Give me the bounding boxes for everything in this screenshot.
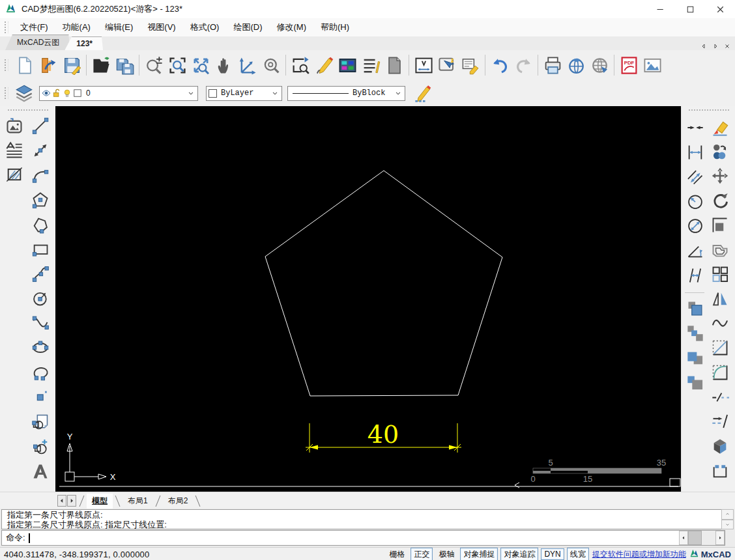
dim-continue-button[interactable] [685,265,706,286]
status-toggle-dyn[interactable]: DYN [541,548,564,560]
spline-button[interactable] [30,313,51,333]
move-button[interactable] [710,165,730,186]
redo-button[interactable] [512,53,535,77]
draworder-above-button[interactable] [685,348,706,369]
tabs-prev-button[interactable] [699,42,709,50]
export-pdf-button[interactable]: PDF [617,53,641,77]
dim-angular-button[interactable] [685,240,706,261]
spline-fit-button[interactable] [30,263,51,284]
modify-toolbar-gripper[interactable] [689,109,729,112]
zoom-previous-button[interactable] [289,53,312,77]
maximize-button[interactable] [675,0,705,18]
zoom-extents-button[interactable] [189,53,212,77]
dim-style-button[interactable] [412,53,435,77]
raster-image-button[interactable] [4,116,25,137]
draw-pencil-button[interactable] [312,53,336,77]
color-select[interactable]: ByLayer [206,86,282,101]
layout-prev-button[interactable] [57,495,66,507]
menu-item-draw[interactable]: 绘图(D) [226,18,269,36]
polygon-button[interactable] [30,189,51,210]
status-toggle-grid[interactable]: 栅格 [386,548,408,560]
rectangle-button[interactable] [30,239,51,260]
format-toolbar-gripper[interactable] [5,87,8,99]
linetype-list-button[interactable] [359,53,382,77]
text-style-button[interactable] [4,140,25,161]
zoom-center-button[interactable] [259,53,283,77]
web-browse-button[interactable] [588,53,611,77]
menu-item-file[interactable]: 文件(F) [13,18,55,36]
chevron-down-icon[interactable] [270,89,280,98]
minimize-button[interactable] [645,0,675,18]
line-button[interactable] [30,115,51,136]
ucs-axis-button[interactable] [236,53,259,77]
linetype-select[interactable]: ByBlock [287,86,405,101]
zoom-dynamic-button[interactable] [142,53,166,77]
draw-toolbar-gripper[interactable] [8,109,48,112]
scroll-up-button[interactable] [721,509,734,520]
ellipse-arc-button[interactable] [30,362,51,383]
copy-button[interactable] [710,141,730,162]
draworder-back-button[interactable] [685,323,706,344]
dim-radius-button[interactable] [685,191,706,212]
offset-button[interactable] [710,240,730,260]
rotate-button[interactable] [710,190,730,211]
polyline-button[interactable] [30,214,51,235]
print-button[interactable] [541,53,564,77]
menu-item-edit[interactable]: 编辑(E) [98,18,140,36]
clip-button[interactable] [710,460,730,481]
hatch-button[interactable] [4,164,25,185]
save-all-button[interactable] [113,53,136,77]
status-toggle-polar[interactable]: 极轴 [435,548,457,560]
point-button[interactable] [30,387,51,408]
select-button[interactable] [435,53,459,77]
title-bar[interactable]: CAD梦想画图(6.2.20220521)<游客> - 123* [0,0,735,19]
status-toggle-otrack[interactable]: 对象追踪 [500,548,538,560]
scroll-right-button[interactable] [715,531,725,545]
menu-item-view[interactable]: 视图(V) [140,18,182,36]
scale-button[interactable] [710,215,730,236]
color-palette-button[interactable] [336,53,359,77]
array-button[interactable] [710,264,730,285]
open-folder-button[interactable] [89,53,113,77]
menu-item-format[interactable]: 格式(O) [183,18,227,36]
pan-button[interactable] [212,53,236,77]
doc-tab-cloud[interactable]: MxCAD云图 [5,35,70,50]
open-cloud-button[interactable] [36,53,60,77]
scroll-down-button[interactable] [721,520,734,530]
arc-button[interactable] [30,165,51,186]
ellipse-button[interactable] [30,337,51,358]
circle-button[interactable] [30,288,51,309]
extend-button[interactable] [710,411,730,432]
erase-button[interactable] [710,117,730,137]
undo-button[interactable] [488,53,512,77]
layout-tab-layout2[interactable]: 布局2 [163,494,194,509]
menu-gripper[interactable] [5,21,8,33]
ray-button[interactable] [30,140,51,161]
insert-image-button[interactable] [641,53,664,77]
status-toggle-lineweight[interactable]: 线宽 [567,548,589,560]
feedback-link[interactable]: 提交软件问题或增加新功能 [592,549,686,560]
dim-align-button[interactable] [685,117,706,138]
dim-linear-button[interactable] [685,142,706,163]
menu-item-help[interactable]: 帮助(H) [313,18,356,36]
block-create-button[interactable] [30,436,51,457]
zoom-window-button[interactable] [166,53,189,77]
page-setup-button[interactable] [382,53,406,77]
spline-edit-button[interactable] [710,313,730,334]
web-publish-button[interactable] [564,53,588,77]
drawing-canvas[interactable]: 40051535YX [55,106,681,492]
status-toggle-osnap[interactable]: 对象捕捉 [460,548,498,560]
layer-manager-button[interactable] [13,82,35,104]
layout-tab-model[interactable]: 模型 [87,494,113,509]
break-button[interactable] [710,387,730,408]
scroll-left-button[interactable] [679,531,688,545]
layer-select[interactable]: 0 [39,86,198,101]
text-button[interactable] [30,461,51,482]
chevron-down-icon[interactable] [394,89,403,98]
save-button[interactable] [60,53,83,77]
tabs-close-button[interactable] [722,42,732,50]
doc-tab-drawing-123[interactable]: 123* [65,36,103,50]
scrollbar-thumb[interactable] [688,531,702,545]
menu-item-modify[interactable]: 修改(M) [269,18,313,36]
layout-next-button[interactable] [67,495,76,507]
